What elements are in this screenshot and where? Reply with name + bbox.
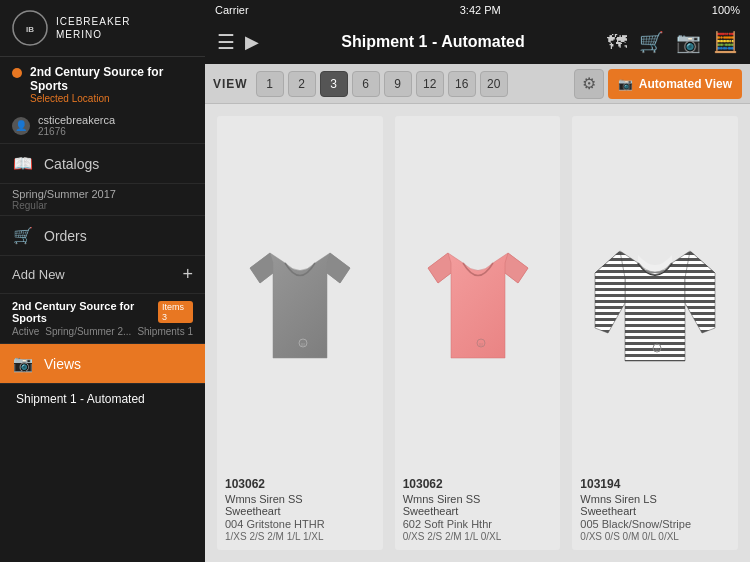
calc-icon[interactable]: 🧮 [713,30,738,54]
view-btn-20[interactable]: 20 [480,71,508,97]
user-avatar-icon: 👤 [12,117,30,135]
view-btn-6[interactable]: 6 [352,71,380,97]
product-card-2[interactable]: IB 103062 Wmns Siren SSSweetheart 602 So… [395,116,561,550]
product-name-2: Wmns Siren SSSweetheart [403,493,553,517]
sidebar-location[interactable]: 2nd Century Source for Sports Selected L… [0,57,205,108]
user-id-label: 21676 [38,126,115,137]
view-btn-3[interactable]: 3 [320,71,348,97]
svg-text:IB: IB [655,347,659,352]
sidebar-logo: IB icebreaker MERINO [0,0,205,57]
product-name-1: Wmns Siren SSSweetheart [225,493,375,517]
view-btn-2[interactable]: 2 [288,71,316,97]
statusbar: Carrier 3:42 PM 100% [205,0,750,20]
product-code-3: 103194 [580,477,730,491]
topbar-title: Shipment 1 - Automated [259,33,607,51]
sidebar-user: 👤 csticebreakerca 21676 [0,108,205,144]
order-badge: Items 3 [158,301,193,323]
order-season: Spring/Summer 2... [45,326,131,337]
sidebar-order-item[interactable]: 2nd Century Source for Sports Items 3 Ac… [0,294,205,344]
topbar: ☰ ▶ Shipment 1 - Automated 🗺 🛒 📷 🧮 [205,20,750,64]
product-info-1: 103062 Wmns Siren SSSweetheart 004 Grits… [217,469,383,550]
view-btn-1[interactable]: 1 [256,71,284,97]
view-label: VIEW [213,77,248,91]
view-btn-9[interactable]: 9 [384,71,412,97]
add-new-label: Add New [12,267,65,282]
orders-label: Orders [44,228,87,244]
map-icon[interactable]: 🗺 [607,31,627,54]
product-sizes-3: 0/XS 0/S 0/M 0/L 0/XL [580,531,730,542]
main-content: Carrier 3:42 PM 100% ☰ ▶ Shipment 1 - Au… [205,0,750,562]
sidebar: IB icebreaker MERINO 2nd Century Source … [0,0,205,562]
topbar-icons: 🗺 🛒 📷 🧮 [607,30,738,54]
catalogs-label: Catalogs [44,156,99,172]
product-card-1[interactable]: IB 103062 Wmns Siren SSSweetheart 004 Gr… [217,116,383,550]
menu-icon[interactable]: ☰ [217,30,235,54]
pink-vneck-ss-image: IB [413,213,543,373]
views-icon: 📷 [12,354,34,373]
add-new-plus-icon: + [182,264,193,285]
order-title: 2nd Century Source for Sports [12,300,158,324]
automated-view-label: Automated View [639,77,732,91]
product-color-2: 602 Soft Pink Hthr [403,518,553,530]
product-code-2: 103062 [403,477,553,491]
catalogs-icon: 📖 [12,154,34,173]
product-image-2: IB [395,116,561,469]
svg-text:IB: IB [301,342,305,347]
view-btn-16[interactable]: 16 [448,71,476,97]
order-status: Active [12,326,39,337]
orders-icon: 🛒 [12,226,34,245]
order-shipments: Shipments 1 [137,326,193,337]
logo-text: icebreaker MERINO [56,15,130,41]
topbar-left: ☰ ▶ [217,30,259,54]
viewbar: VIEW 1 2 3 6 9 12 16 20 ⚙ 📷 Automated Vi… [205,64,750,104]
camera-icon[interactable]: 📷 [676,30,701,54]
location-sub: Selected Location [30,93,193,104]
season-label: Spring/Summer 2017 [12,188,193,200]
icebreaker-logo-icon: IB [12,10,48,46]
season-type-label: Regular [12,200,193,211]
sidebar-shipment-label[interactable]: Shipment 1 - Automated [0,384,205,414]
stripe-vneck-ls-image: IB [590,213,720,373]
product-name-3: Wmns Siren LSSweetheart [580,493,730,517]
gear-button[interactable]: ⚙ [574,69,604,99]
cart-icon[interactable]: 🛒 [639,30,664,54]
order-meta: Active Spring/Summer 2... Shipments 1 [12,326,193,337]
product-image-1: IB [217,116,383,469]
products-grid: IB 103062 Wmns Siren SSSweetheart 004 Gr… [205,104,750,562]
location-dot-icon [12,68,22,78]
product-color-3: 005 Black/Snow/Stripe [580,518,730,530]
sidebar-item-catalogs[interactable]: 📖 Catalogs [0,144,205,184]
product-sizes-2: 0/XS 2/S 2/M 1/L 0/XL [403,531,553,542]
product-color-1: 004 Gritstone HTHR [225,518,375,530]
battery-label: 100% [712,4,740,16]
svg-text:IB: IB [479,342,483,347]
product-card-3[interactable]: IB 103194 Wmns Siren LSSweetheart 005 Bl… [572,116,738,550]
product-sizes-1: 1/XS 2/S 2/M 1/L 1/XL [225,531,375,542]
carrier-label: Carrier [215,4,249,16]
product-image-3: IB [572,116,738,469]
product-info-3: 103194 Wmns Siren LSSweetheart 005 Black… [572,469,738,550]
automated-view-button[interactable]: 📷 Automated View [608,69,742,99]
sidebar-item-orders[interactable]: 🛒 Orders [0,216,205,256]
sidebar-item-views[interactable]: 📷 Views [0,344,205,384]
username-label: csticebreakerca [38,114,115,126]
product-info-2: 103062 Wmns Siren SSSweetheart 602 Soft … [395,469,561,550]
product-code-1: 103062 [225,477,375,491]
svg-text:IB: IB [26,25,34,34]
views-label: Views [44,356,81,372]
sidebar-add-new[interactable]: Add New + [0,256,205,294]
view-btn-12[interactable]: 12 [416,71,444,97]
location-name: 2nd Century Source for Sports [30,65,193,93]
video-icon[interactable]: ▶ [245,31,259,53]
automated-view-icon: 📷 [618,77,633,91]
grey-vneck-ss-image: IB [235,213,365,373]
time-label: 3:42 PM [460,4,501,16]
